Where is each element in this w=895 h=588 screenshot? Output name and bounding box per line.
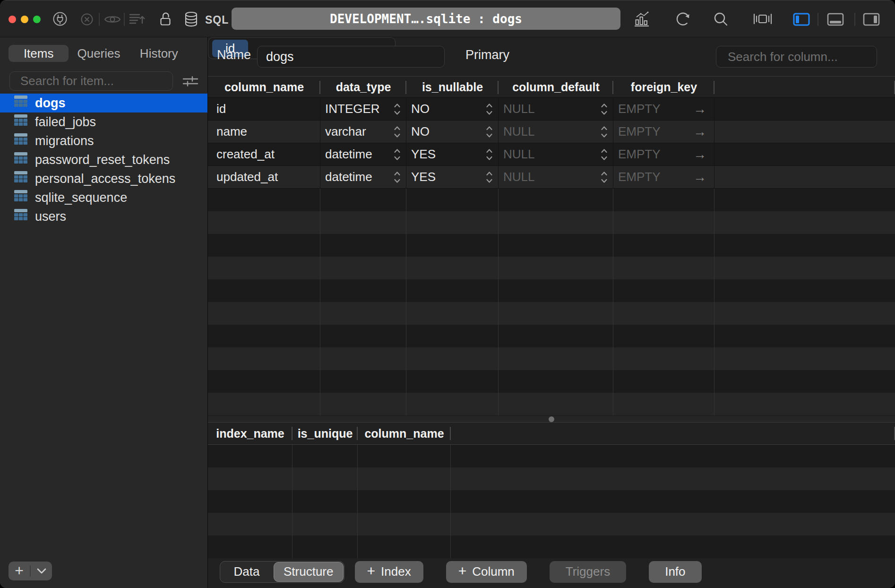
stepper-icon[interactable]: [485, 102, 493, 116]
empty-cell: [406, 189, 499, 211]
splitter-handle-icon[interactable]: [549, 416, 554, 422]
filter-icon[interactable]: [182, 75, 199, 89]
index-empty-row: [208, 467, 895, 490]
tab-data[interactable]: Data: [220, 562, 273, 582]
foreign-key-arrow-icon[interactable]: →: [693, 124, 706, 139]
sidebar-item-personal_access_tokens[interactable]: personal_access_tokens: [0, 169, 207, 188]
foreign-key-arrow-icon[interactable]: →: [693, 147, 706, 162]
sidebar-item-users[interactable]: users: [0, 207, 207, 226]
cell-is_nullable[interactable]: YES: [406, 166, 499, 188]
cell-foreign_key[interactable]: EMPTY→: [613, 166, 714, 188]
sql-button[interactable]: SQL: [205, 14, 229, 26]
cell-is_nullable[interactable]: NO: [406, 121, 499, 143]
cell-column_name[interactable]: created_at: [208, 143, 320, 165]
query-log-icon[interactable]: [129, 12, 146, 26]
stepper-icon[interactable]: [485, 125, 493, 139]
empty-cell: [320, 279, 406, 302]
stepper-icon[interactable]: [393, 125, 401, 139]
cell-data_type[interactable]: datetime: [320, 166, 406, 188]
stepper-icon[interactable]: [393, 102, 401, 116]
stepper-icon[interactable]: [393, 147, 401, 162]
panel-splitter[interactable]: [208, 415, 895, 422]
sidebar-item-sqlite_sequence[interactable]: sqlite_sequence: [0, 188, 207, 207]
cell-is_nullable[interactable]: NO: [406, 98, 499, 120]
empty-cell: [406, 370, 499, 393]
structure-header-column_default: column_default: [499, 77, 613, 97]
stepper-icon[interactable]: [485, 170, 493, 184]
stepper-icon[interactable]: [393, 170, 401, 184]
cell-column_name[interactable]: updated_at: [208, 166, 320, 188]
minimize-window-button[interactable]: [21, 16, 28, 23]
cell-value: INTEGER: [325, 102, 393, 116]
stepper-icon[interactable]: [485, 147, 493, 162]
table-name-input[interactable]: [257, 46, 445, 68]
cell-foreign_key[interactable]: EMPTY→: [613, 121, 714, 143]
cell-data_type[interactable]: varchar: [320, 121, 406, 143]
toggle-left-panel-icon[interactable]: [793, 13, 810, 26]
cell-column_default[interactable]: NULL: [499, 166, 613, 188]
stepper-icon[interactable]: [600, 125, 608, 139]
cell-column_default[interactable]: NULL: [499, 98, 613, 120]
cell-value: name: [216, 124, 315, 139]
empty-cell: [358, 467, 451, 490]
column-search-input[interactable]: [728, 50, 886, 64]
sidebar-search-field[interactable]: [9, 71, 173, 91]
sidebar-item-dogs[interactable]: dogs: [0, 94, 207, 112]
foreign-key-arrow-icon[interactable]: →: [693, 170, 706, 185]
search-icon[interactable]: [713, 11, 728, 26]
cell-data_type[interactable]: INTEGER: [320, 98, 406, 120]
add-item-button[interactable]: +: [9, 562, 52, 580]
refresh-icon[interactable]: [675, 11, 691, 27]
main-panel: Name Primary id column_namedata_typeis_n…: [208, 37, 895, 588]
structure-header-column_name: column_name: [208, 77, 320, 97]
empty-cell: [451, 445, 895, 467]
empty-cell: [208, 302, 320, 325]
toggle-bottom-panel-icon[interactable]: [827, 13, 844, 26]
toggle-right-panel-icon[interactable]: [863, 13, 880, 26]
cell-column_default[interactable]: NULL: [499, 121, 613, 143]
foreign-key-arrow-icon[interactable]: →: [693, 102, 706, 117]
sidebar-item-password_reset_tokens[interactable]: password_reset_tokens: [0, 150, 207, 169]
cell-value: datetime: [325, 170, 393, 184]
cell-column_default[interactable]: NULL: [499, 143, 613, 165]
plus-icon: +: [458, 563, 467, 579]
stepper-icon[interactable]: [600, 147, 608, 162]
cell-column_name[interactable]: name: [208, 121, 320, 143]
chart-icon[interactable]: [633, 11, 650, 28]
cell-data_type[interactable]: datetime: [320, 143, 406, 165]
zoom-window-button[interactable]: [33, 16, 41, 23]
add-column-button[interactable]: +Column: [446, 561, 527, 583]
cell-value: EMPTY: [618, 124, 693, 139]
info-button[interactable]: Info: [649, 561, 701, 583]
chevron-down-icon[interactable]: [31, 562, 52, 580]
sidebar-tab-queries[interactable]: Queries: [69, 45, 129, 62]
sidebar-tab-items[interactable]: Items: [9, 45, 69, 62]
lock-icon[interactable]: [159, 11, 172, 27]
sidebar-search-input[interactable]: [20, 74, 179, 88]
cell-foreign_key[interactable]: EMPTY→: [613, 143, 714, 165]
sidebar-tab-history[interactable]: History: [129, 45, 189, 62]
add-index-button[interactable]: +Index: [355, 561, 423, 583]
cell-is_nullable[interactable]: YES: [406, 143, 499, 165]
window-arrangement-icon[interactable]: [752, 11, 773, 26]
empty-cell: [451, 467, 895, 490]
connection-plug-icon[interactable]: [52, 11, 68, 27]
plus-icon[interactable]: +: [9, 562, 30, 580]
close-window-button[interactable]: [9, 16, 16, 23]
data-structure-segmented-control[interactable]: DataStructure: [220, 561, 344, 583]
index-empty-row: [208, 490, 895, 513]
tab-structure[interactable]: Structure: [274, 562, 344, 582]
cell-column_name[interactable]: id: [208, 98, 320, 120]
sidebar-item-failed_jobs[interactable]: failed_jobs: [0, 112, 207, 131]
empty-cell: [208, 189, 320, 211]
stepper-icon[interactable]: [600, 102, 608, 116]
column-search-field[interactable]: [716, 46, 877, 68]
disconnect-icon[interactable]: [79, 12, 95, 27]
toolbar-separator: [99, 13, 100, 26]
preview-eye-icon[interactable]: [103, 13, 121, 26]
empty-cell: [293, 467, 358, 490]
stepper-icon[interactable]: [600, 170, 608, 184]
cell-foreign_key[interactable]: EMPTY→: [613, 98, 714, 120]
sidebar-item-migrations[interactable]: migrations: [0, 131, 207, 150]
database-icon[interactable]: [184, 11, 198, 27]
